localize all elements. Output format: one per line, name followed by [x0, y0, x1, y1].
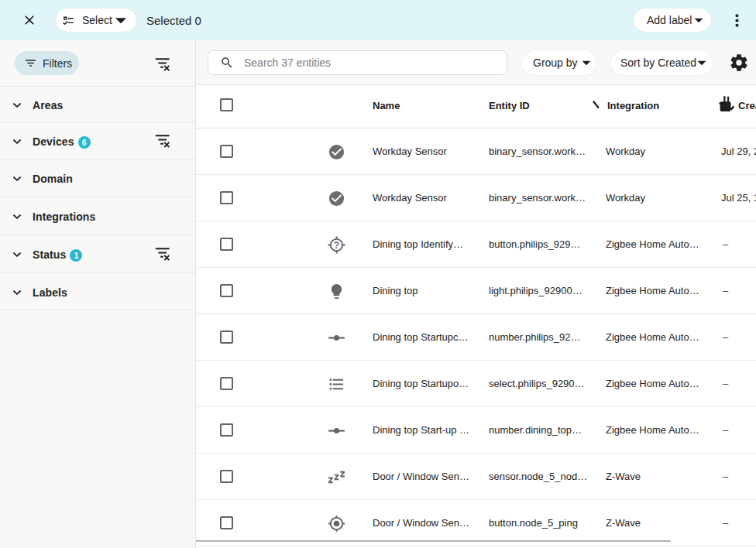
svg-text:?: ?: [334, 240, 339, 251]
